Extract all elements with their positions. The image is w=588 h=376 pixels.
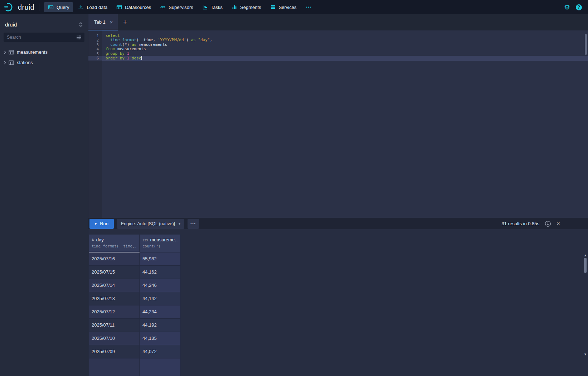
sql-token: time_format (110, 38, 136, 42)
scrollbar-thumb[interactable] (584, 258, 587, 273)
sql-token: 'YYYY/MM/dd' (158, 38, 186, 42)
cell-day[interactable]: 2025/07/12 (89, 305, 140, 319)
nav-supervisors[interactable]: Supervisors (156, 2, 197, 12)
nav-more[interactable] (302, 2, 315, 12)
cell-measurements[interactable]: 44,072 (140, 345, 181, 358)
table-row: 2025/07/1244,234 (89, 305, 181, 319)
topbar-right: ⚙ ? (564, 4, 584, 11)
cell-day[interactable]: 2025/07/11 (89, 319, 140, 332)
nav-query[interactable]: Query (44, 2, 73, 12)
search-input[interactable] (4, 35, 84, 40)
cell-measurements[interactable]: 44,162 (140, 266, 181, 279)
tab-1[interactable]: Tab 1 × (88, 14, 118, 30)
run-bar: ▶ Run Engine: Auto [SQL (native)] ▾ ••• … (88, 218, 588, 229)
sql-token: from (106, 47, 115, 51)
run-button[interactable]: ▶ Run (89, 219, 114, 229)
sql-token: measurements (136, 42, 167, 47)
cell-measurements[interactable]: 44,135 (140, 332, 181, 345)
engine-select-button[interactable]: Engine: Auto [SQL (native)] ▾ (117, 219, 184, 229)
search-box (4, 33, 84, 42)
cell-measurements[interactable]: 44,234 (140, 305, 181, 319)
line-number: 3 (88, 43, 102, 47)
cell-measurements (140, 358, 181, 376)
cell-measurements[interactable]: 55,982 (140, 252, 181, 266)
line-number: 2 (88, 38, 102, 42)
line-number: 4 (88, 47, 102, 51)
tab-bar: Tab 1 × + (88, 14, 588, 30)
tab-close-icon[interactable]: × (110, 19, 113, 25)
cell-day[interactable]: 2025/07/10 (89, 332, 140, 345)
engine-label: Engine: Auto [SQL (native)] (121, 221, 175, 226)
caret-down-icon: ▾ (179, 222, 180, 226)
results-scrollbar[interactable]: ▲ ▼ (583, 254, 587, 356)
table-row: 2025/07/1344,142 (89, 292, 181, 305)
cell-day[interactable]: 2025/07/14 (89, 279, 140, 292)
table-row: 2025/07/1144,192 (89, 319, 181, 332)
nav-tasks[interactable]: Tasks (198, 2, 227, 12)
sql-token (129, 56, 132, 61)
download-icon[interactable] (545, 221, 551, 227)
close-results-icon[interactable]: × (557, 221, 560, 227)
nav-services[interactable]: Services (266, 2, 301, 12)
code-line-5: group by 1 (102, 52, 588, 56)
double-caret-vertical-icon[interactable] (79, 22, 83, 27)
nav-datasources[interactable]: Datasources (112, 2, 155, 12)
sql-token: as (132, 42, 136, 47)
sql-token (106, 42, 110, 47)
help-icon[interactable]: ? (576, 4, 582, 10)
brand[interactable]: druid (4, 3, 34, 12)
results-table: Aday time_format(__time,… 123measureme… … (89, 235, 181, 376)
more-icon (306, 4, 311, 10)
editor-scrollbar-thumb[interactable] (585, 34, 587, 55)
tree-item-stations[interactable]: stations (0, 57, 88, 68)
nav-load-data[interactable]: Load data (74, 2, 111, 12)
sql-editor: 1 2 3 4 5 6 select time_format(__time, '… (88, 30, 588, 218)
settings-gear-icon[interactable]: ⚙ (564, 4, 570, 11)
column-header-measurements[interactable]: 123measureme… count(*) (140, 235, 181, 252)
scroll-down-icon[interactable]: ▼ (584, 353, 586, 356)
line-number: 1 (88, 34, 102, 38)
cell-day[interactable]: 2025/07/09 (89, 345, 140, 358)
table-header-row: Aday time_format(__time,… 123measureme… … (89, 235, 181, 252)
cell-measurements[interactable]: 44,142 (140, 292, 181, 305)
code-line-6-active: order by 1 desc (102, 56, 588, 61)
schema-sidebar: druid measurements stations (0, 14, 88, 376)
nav-load-data-label: Load data (87, 5, 107, 10)
schema-title: druid (5, 21, 17, 28)
scroll-up-icon[interactable]: ▲ (584, 254, 586, 257)
table-row-partial (89, 358, 181, 376)
table-icon (9, 50, 14, 55)
services-stack-icon (270, 4, 276, 10)
tab-label: Tab 1 (94, 19, 106, 25)
code-line-2: time_format(__time, 'YYYY/MM/dd') as "da… (102, 38, 588, 42)
schema-header: druid (0, 14, 88, 33)
text-cursor (141, 56, 142, 60)
cell-measurements[interactable]: 44,192 (140, 319, 181, 332)
code-area[interactable]: select time_format(__time, 'YYYY/MM/dd')… (102, 30, 588, 218)
query-more-button[interactable]: ••• (188, 219, 199, 229)
add-tab-button[interactable]: + (118, 14, 133, 30)
sql-token: ( (136, 38, 139, 42)
type-badge-number: 123 (142, 238, 148, 242)
sql-token: ) (127, 42, 132, 47)
run-status-group: 31 results in 0.85s × (502, 221, 560, 227)
chevron-right-icon (3, 50, 7, 54)
type-badge-string: A (92, 238, 94, 242)
cell-day[interactable]: 2025/07/13 (89, 292, 140, 305)
top-navbar: druid Query Load data Datasources Superv (0, 0, 588, 14)
table-row: 2025/07/1044,135 (89, 332, 181, 345)
cell-day[interactable]: 2025/07/15 (89, 266, 140, 279)
cell-day[interactable]: 2025/07/16 (89, 252, 140, 266)
run-button-label: Run (100, 221, 108, 226)
cell-measurements[interactable]: 44,246 (140, 279, 181, 292)
tree-item-measurements[interactable]: measurements (0, 47, 88, 57)
sql-token: , (210, 38, 212, 42)
table-row: 2025/07/0944,072 (89, 345, 181, 358)
line-number: 5 (88, 52, 102, 56)
sql-token (106, 38, 110, 42)
cell-day (89, 358, 140, 376)
sql-token: measurements (115, 47, 146, 51)
column-header-day[interactable]: Aday time_format(__time,… (89, 235, 140, 252)
filter-icon[interactable] (76, 35, 82, 40)
nav-segments[interactable]: Segments (228, 2, 265, 12)
